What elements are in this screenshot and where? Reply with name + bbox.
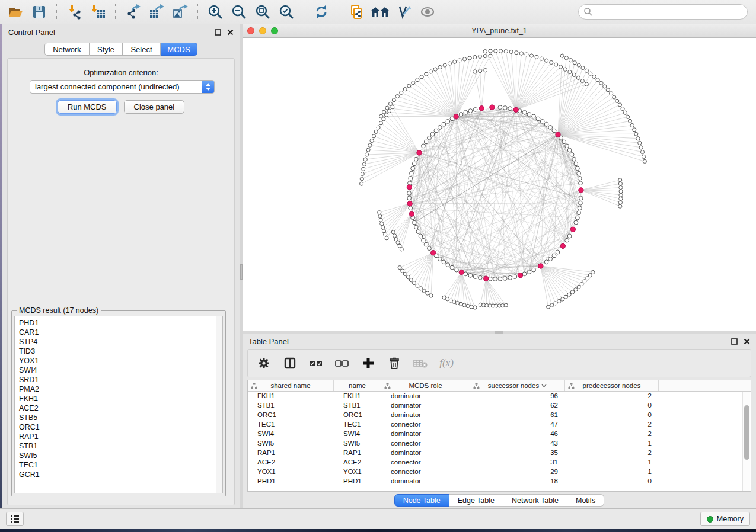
tab-style[interactable]: Style — [90, 43, 123, 56]
mcds-list-item[interactable]: TID3 — [19, 347, 216, 356]
graphics-details-icon — [395, 4, 412, 20]
table-cell: TEC1 — [334, 420, 381, 430]
add-column-button[interactable] — [361, 355, 376, 371]
table-panel: Table Panel — [243, 334, 756, 508]
table-cell: SWI4 — [334, 430, 381, 439]
close-panel-icon[interactable] — [227, 29, 234, 36]
tab-network-table[interactable]: Network Table — [503, 494, 567, 507]
tab-network[interactable]: Network — [44, 43, 90, 56]
scrollbar-thumb[interactable] — [744, 405, 749, 460]
column-header-predecessor-nodes[interactable]: predecessor nodes — [565, 380, 659, 391]
clone-network-button[interactable] — [346, 2, 367, 22]
table-settings-button[interactable] — [256, 355, 272, 371]
tab-select[interactable]: Select — [123, 43, 161, 56]
application-window: Control Panel Network Style Select MCDS … — [0, 0, 756, 532]
deselect-all-button[interactable] — [334, 355, 350, 371]
tab-motifs[interactable]: Motifs — [567, 494, 604, 507]
table-cell: 46 — [470, 430, 565, 439]
column-header-shared-name[interactable]: shared name — [248, 380, 334, 391]
save-session-button[interactable] — [28, 2, 50, 22]
table-cell: dominator — [381, 411, 470, 420]
network-graph[interactable] — [243, 38, 756, 331]
table-row[interactable]: ORC1ORC1dominator610 — [248, 411, 751, 420]
select-all-button[interactable] — [308, 355, 324, 371]
delete-column-button[interactable] — [387, 355, 402, 371]
table-row[interactable]: YOX1YOX1connector291 — [248, 467, 751, 477]
export-network-button[interactable] — [122, 2, 143, 22]
table-row[interactable]: SWI5SWI5connector431 — [248, 439, 751, 448]
home-views-button[interactable] — [369, 2, 391, 22]
table-cell: STB1 — [248, 401, 334, 411]
open-folder-icon — [7, 4, 24, 20]
table-cell: connector — [381, 458, 470, 467]
mcds-result-title: MCDS result (17 nodes) — [17, 306, 101, 315]
float-panel-icon[interactable] — [215, 29, 221, 36]
mcds-list-item[interactable]: PMA2 — [19, 384, 216, 394]
table-row[interactable]: RAP1RAP1dominator352 — [248, 448, 751, 458]
zoom-out-button[interactable] — [228, 2, 250, 22]
export-image-button[interactable] — [170, 2, 191, 22]
open-file-button[interactable] — [5, 2, 26, 22]
zoom-in-button[interactable] — [205, 2, 226, 22]
table-cell: 1 — [565, 458, 659, 467]
unchecked-boxes-icon — [334, 357, 350, 370]
mcds-list-item[interactable]: FKH1 — [19, 394, 216, 403]
table-cell: 62 — [470, 401, 565, 411]
export-table-button[interactable] — [146, 2, 167, 22]
table-row[interactable]: TEC1TEC1connector472 — [248, 420, 751, 430]
mcds-list-item[interactable]: ORC1 — [19, 422, 216, 432]
import-table-button[interactable] — [87, 2, 109, 22]
network-canvas[interactable] — [243, 38, 756, 331]
column-header-mcds-role[interactable]: MCDS role — [381, 380, 470, 391]
main-toolbar — [0, 0, 756, 24]
mcds-list-item[interactable]: YOX1 — [19, 356, 216, 366]
network-view-titlebar[interactable]: YPA_prune.txt_1 — [243, 24, 756, 38]
table-cell: dominator — [381, 448, 470, 458]
node-table-body: FKH1FKH1dominator962STB1STB1dominator620… — [248, 392, 751, 486]
mcds-list-item[interactable]: STB5 — [19, 413, 216, 422]
task-history-button[interactable] — [6, 512, 24, 526]
mcds-list-item[interactable]: STP4 — [19, 337, 216, 347]
optimization-criterion-select[interactable]: largest connected component (undirected) — [30, 80, 215, 94]
show-hide-button[interactable] — [417, 2, 438, 22]
table-row[interactable]: PHD1PHD1dominator180 — [248, 477, 751, 486]
mcds-list-item[interactable]: STB1 — [19, 441, 216, 451]
table-row[interactable]: ACE2ACE2connector311 — [248, 458, 751, 467]
table-row[interactable]: FKH1FKH1dominator962 — [248, 392, 751, 401]
search-input[interactable] — [593, 8, 742, 16]
mcds-list-item[interactable]: ACE2 — [19, 403, 216, 413]
refresh-button[interactable] — [311, 2, 332, 22]
column-header-name[interactable]: name — [334, 380, 381, 391]
close-panel-icon[interactable] — [744, 338, 750, 345]
search-field[interactable] — [578, 4, 748, 20]
toggle-graphics-details-button[interactable] — [393, 2, 414, 22]
clone-network-icon — [348, 4, 365, 20]
close-panel-button[interactable]: Close panel — [124, 100, 185, 114]
mcds-list-item[interactable]: SWI5 — [19, 451, 216, 460]
run-mcds-button[interactable]: Run MCDS — [58, 100, 117, 114]
zoom-fit-button[interactable] — [252, 2, 273, 22]
mcds-list-item[interactable]: PHD1 — [19, 318, 216, 328]
tab-node-table[interactable]: Node Table — [394, 494, 449, 507]
float-panel-icon[interactable] — [731, 338, 738, 345]
toolbar-separator — [339, 4, 339, 20]
show-columns-button[interactable] — [282, 355, 298, 371]
plus-icon — [362, 357, 375, 370]
mcds-list-item[interactable]: SWI4 — [19, 366, 216, 375]
mcds-list-item[interactable]: GCR1 — [19, 470, 216, 479]
tab-edge-table[interactable]: Edge Table — [449, 494, 503, 507]
mcds-list-item[interactable]: CAR1 — [19, 328, 216, 337]
mcds-list-item[interactable]: RAP1 — [19, 432, 216, 441]
table-scrollbar[interactable] — [742, 392, 750, 491]
mcds-list-item[interactable]: SRD1 — [19, 375, 216, 384]
mcds-result-list[interactable]: PHD1CAR1STP4TID3YOX1SWI4SRD1PMA2FKH1ACE2… — [15, 316, 216, 493]
table-row[interactable]: STB1STB1dominator620 — [248, 401, 751, 411]
tab-mcds[interactable]: MCDS — [161, 43, 197, 56]
mcds-list-scrollbar[interactable] — [216, 316, 222, 493]
memory-button[interactable]: Memory — [700, 512, 750, 526]
import-network-button[interactable] — [63, 2, 85, 22]
mcds-list-item[interactable]: TEC1 — [19, 460, 216, 470]
table-row[interactable]: SWI4SWI4dominator462 — [248, 430, 751, 439]
column-header-successor-nodes[interactable]: successor nodes — [470, 380, 565, 391]
zoom-selected-button[interactable] — [276, 2, 297, 22]
